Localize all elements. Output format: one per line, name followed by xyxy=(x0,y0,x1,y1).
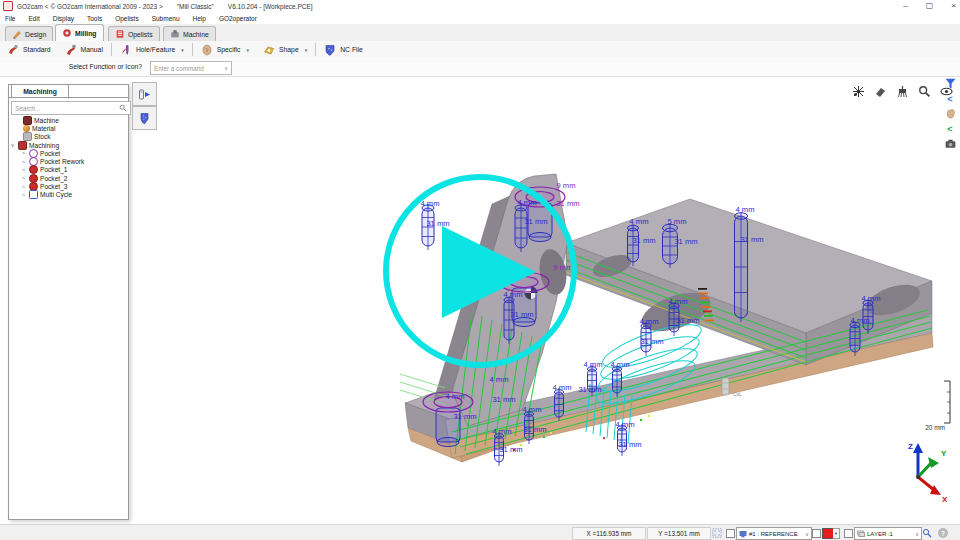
tab-opelists[interactable]: Opelists xyxy=(108,26,160,41)
help-icon[interactable]: ? xyxy=(938,528,948,538)
collapse-left-blue-icon[interactable]: < xyxy=(944,93,957,104)
scale-label: 20 mm xyxy=(925,424,945,431)
dimension-label: 4 mm xyxy=(616,420,635,429)
tree-item-stock[interactable]: Stock xyxy=(9,133,128,141)
tree-item-multi-cycle[interactable]: >Multi Cycle xyxy=(9,191,128,199)
dimension-label: 31 mm xyxy=(618,440,641,449)
standard-button[interactable]: Standard xyxy=(0,42,58,57)
chevron-right-icon[interactable]: > xyxy=(20,150,27,156)
opelists-icon xyxy=(115,29,125,39)
tree-item-machine[interactable]: Machine xyxy=(9,116,128,124)
search-icon xyxy=(119,104,127,112)
reference-checkbox[interactable] xyxy=(726,529,735,538)
dimension-label: 31 mm xyxy=(740,235,763,244)
dimension-label: 4 mm xyxy=(851,316,870,325)
x-coordinate: X =116.935 mm xyxy=(572,527,646,540)
command-bar: Select Function or Icon? Enter a command… xyxy=(0,58,960,77)
go2cam-window: GO2cam < © GO2cam International 2009 - 2… xyxy=(0,0,960,540)
dimension-label: 31 mm xyxy=(632,236,655,245)
manual-icon xyxy=(65,44,77,56)
chevron-right-icon[interactable]: > xyxy=(20,175,27,181)
dimension-label: 31 mm xyxy=(524,217,547,226)
manual-button[interactable]: Manual xyxy=(58,42,110,57)
simulation-button[interactable] xyxy=(132,82,157,106)
tool-note-label: CsL xyxy=(733,391,742,397)
shape-icon xyxy=(263,44,275,56)
dimension-label: 4 mm xyxy=(553,383,572,392)
search-input[interactable]: Search... xyxy=(11,101,131,115)
ribbon-tab-row: Design Milling Opelists Machine ↶ ↷ xyxy=(0,24,960,42)
tab-milling[interactable]: Milling xyxy=(55,24,104,41)
stock-icon xyxy=(23,132,32,141)
menu-edit[interactable]: Edit xyxy=(28,15,39,22)
hole-feature-button[interactable]: Hole/Feature xyxy=(113,42,191,57)
tree-item-pocket-rework[interactable]: >Pocket Rework xyxy=(9,157,128,165)
filter-icon[interactable] xyxy=(944,78,957,89)
tree-item-pocket-2[interactable]: >Pocket_2 xyxy=(9,174,128,182)
axis-y-label: Y xyxy=(941,449,947,458)
dimension-label: 4 mm xyxy=(584,360,603,369)
camera-icon[interactable] xyxy=(944,138,957,149)
layer-checkbox[interactable] xyxy=(844,529,853,538)
viewport-3d[interactable]: 9 mm4 mm31 mm31 mm4 mm31 mm4 mm5 mm31 mm… xyxy=(0,76,960,524)
y-coordinate: Y =13.501 mm xyxy=(647,527,711,540)
grab-hand-icon[interactable] xyxy=(944,108,957,119)
cad-model: 9 mm4 mm31 mm31 mm4 mm31 mm4 mm5 mm31 mm… xyxy=(400,174,933,466)
command-label: Select Function or Icon? xyxy=(30,63,142,70)
machine-icon xyxy=(23,116,32,125)
tree-item-pocket-3[interactable]: >Pocket_3 xyxy=(9,182,128,190)
nc-file-button[interactable]: NC File xyxy=(317,42,370,57)
grid-plane-icon[interactable] xyxy=(712,528,722,539)
menu-display[interactable]: Display xyxy=(53,15,74,22)
menu-submenu[interactable]: Submenu xyxy=(152,15,180,22)
dimension-label: 31 mm xyxy=(510,310,533,319)
close-button[interactable]: × xyxy=(951,0,956,12)
specific-icon xyxy=(201,44,213,56)
dimension-label: 31 mm xyxy=(640,337,663,346)
reference-dropdown[interactable]: #1 : REFERENCE ∨ xyxy=(736,527,812,540)
app-icon xyxy=(3,1,13,11)
dimension-label: 4 mm xyxy=(421,199,440,208)
menu-opelists[interactable]: Opelists xyxy=(115,15,138,22)
tab-machine[interactable]: Machine xyxy=(163,26,216,41)
dimension-label: 31 mm xyxy=(523,425,546,434)
menu-help[interactable]: Help xyxy=(193,15,206,22)
chevron-right-icon[interactable]: > xyxy=(20,184,27,190)
tool-shield-button[interactable] xyxy=(132,106,157,130)
chevron-right-icon[interactable]: > xyxy=(20,159,27,165)
dimension-label: 4 mm xyxy=(490,375,509,384)
milling-icon xyxy=(62,28,72,38)
layer-dropdown[interactable]: LAYER :1 ∨ xyxy=(854,527,922,540)
chevron-right-icon[interactable]: > xyxy=(20,167,27,173)
shape-button[interactable]: Shape xyxy=(256,42,314,57)
machining-panel: Machining Search... Machine Material Sto… xyxy=(8,84,129,520)
color-dropdown-arrow[interactable]: ▾ xyxy=(833,528,840,539)
color-checkbox[interactable] xyxy=(812,529,821,538)
zoom-layer-icon[interactable] xyxy=(922,528,932,539)
menu-tools[interactable]: Tools xyxy=(87,15,102,22)
menu-go2operator[interactable]: GO2operator xyxy=(219,15,257,22)
dimension-label: 4 mm xyxy=(862,294,881,303)
specific-button[interactable]: Specific xyxy=(194,42,256,57)
collapse-left-green-icon[interactable]: < xyxy=(944,123,957,134)
tree-item-pocket-1[interactable]: >Pocket_1 xyxy=(9,166,128,174)
menu-file[interactable]: File xyxy=(5,15,15,22)
dimension-label: 4 mm xyxy=(611,360,630,369)
nc-file-icon xyxy=(324,44,336,56)
dimension-label: 5 mm xyxy=(668,217,687,226)
milling-toolbar: Standard Manual Hole/Feature Specific Sh… xyxy=(0,41,960,59)
dimension-label: 9 mm xyxy=(554,263,573,272)
maximize-button[interactable]: ▢ xyxy=(926,0,934,12)
chevron-down-icon[interactable]: ∨ xyxy=(9,142,16,148)
command-combobox[interactable]: Enter a command ∨ xyxy=(150,61,232,75)
tab-design[interactable]: Design xyxy=(5,26,53,41)
chevron-down-icon: ∨ xyxy=(224,65,228,71)
tree-item-machining[interactable]: ∨Machining xyxy=(9,141,128,149)
search-placeholder: Search... xyxy=(15,105,40,112)
chevron-right-icon[interactable]: > xyxy=(20,192,27,198)
axis-z-label: Z xyxy=(908,442,913,451)
dimension-label: 4 mm xyxy=(736,205,755,214)
minimize-button[interactable]: – xyxy=(903,0,907,12)
tree-item-pocket[interactable]: >Pocket xyxy=(9,149,128,157)
dimension-label: 31 mm xyxy=(453,412,476,421)
